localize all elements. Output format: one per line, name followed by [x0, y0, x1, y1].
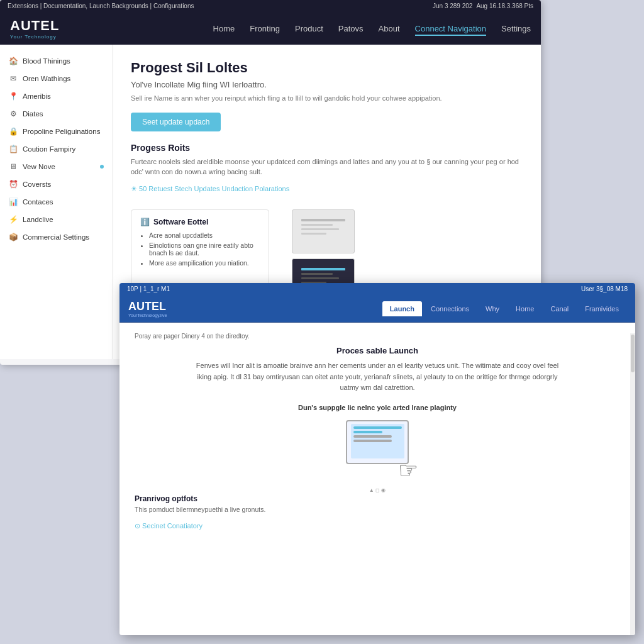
- topbar-time: Jun 3 289 202: [433, 3, 472, 9]
- scrollbar-thumb[interactable]: [631, 335, 635, 372]
- box-icon: 📦: [9, 233, 18, 242]
- sidebar-label-oren: Oren Wathings: [23, 75, 70, 82]
- sidebar-label-commercial: Commercial Settings: [23, 233, 89, 241]
- front-description: Fenves will Incr alit is amoatie brainve…: [189, 360, 566, 394]
- tab-home[interactable]: Home: [508, 301, 541, 316]
- svg-rect-3: [301, 228, 339, 230]
- sidebar-label-propoline: Propoline Peliguinations: [23, 128, 100, 135]
- topbar-ip: Aug 16.18.3.368 Pts: [476, 3, 533, 9]
- topbar: Extensions | Documentation, Launch Backg…: [0, 0, 541, 12]
- device-image-area: ☞ ▲ ◻ ◉: [135, 420, 620, 483]
- nav-about[interactable]: About: [379, 21, 400, 36]
- front-lower: Pranrivog optfots This pomduct bilermney…: [135, 494, 620, 531]
- logo: AUTEL Your Technology: [10, 18, 64, 40]
- lock-icon: 🔒: [9, 127, 18, 136]
- screen-line-1: [353, 426, 402, 429]
- page-title: Progest Sil Loltes: [131, 60, 523, 76]
- tab-framivides[interactable]: Framivides: [577, 301, 626, 316]
- home-icon: 🏠: [9, 57, 18, 65]
- page-description: Sell ire Name is ann wher you reinput wh…: [131, 93, 523, 104]
- chart-icon: 📊: [9, 197, 18, 206]
- svg-rect-6: [301, 268, 345, 270]
- sidebar-item-diates[interactable]: ⚙ Diates: [0, 105, 113, 123]
- navbar: AUTEL Your Technology Home Fronting Prod…: [0, 12, 541, 45]
- sidebar-label-coution: Coution Fampiry: [23, 145, 75, 153]
- sidebar-label-vew: Vew Nove: [23, 163, 55, 170]
- clock-icon: ⏰: [9, 180, 18, 189]
- nav-fronting[interactable]: Fronting: [250, 21, 280, 36]
- card-title: Software Eottel: [153, 218, 208, 226]
- lower-title: Pranrivog optfots: [135, 494, 620, 503]
- thumb-light: [292, 209, 355, 253]
- sidebar-item-propoline[interactable]: 🔒 Propoline Peliguinations: [0, 123, 113, 140]
- sidebar-item-blood[interactable]: 🏠 Blood Thinings: [0, 52, 113, 70]
- sidebar-label-ameribis: Ameribis: [23, 92, 51, 100]
- lower-desc: This pomduct bilermneypuethi a live gron…: [135, 506, 620, 513]
- front-tagline: Dun's suppgle lic nelnc yolc arted lrane…: [135, 404, 620, 411]
- clipboard-icon: 📋: [9, 145, 18, 153]
- nav-product[interactable]: Product: [295, 21, 323, 36]
- sidebar-label-contaces: Contaces: [23, 198, 53, 206]
- nav-patovs[interactable]: Patovs: [338, 21, 364, 36]
- front-scrollbar[interactable]: [630, 333, 635, 635]
- card-item-3: More ase ampilication you niation.: [149, 259, 260, 267]
- device-label: ▲ ◻ ◉: [336, 487, 418, 493]
- sidebar-item-commercial[interactable]: 📦 Commercial Settings: [0, 228, 113, 246]
- nav-links: Home Fronting Product Patovs About Conne…: [213, 21, 531, 36]
- front-window: 10P | 1_1_r M1 User 3§_08 M18 AUTEL Your…: [119, 283, 635, 635]
- front-breadcrumb: Poray are pager Dinery 4 on the diredtoy…: [135, 333, 620, 340]
- sidebar-label-coversts: Coversts: [23, 180, 51, 188]
- svg-rect-7: [301, 273, 333, 275]
- progress-title: Progess Roits: [131, 143, 523, 153]
- sidebar-item-coversts[interactable]: ⏰ Coversts: [0, 175, 113, 193]
- sidebar-item-coution[interactable]: 📋 Coution Fampiry: [0, 140, 113, 158]
- mail-icon: ✉: [9, 74, 18, 83]
- sidebar-label-landclive: Landclive: [23, 216, 53, 223]
- monitor-icon: 🖥: [9, 162, 18, 171]
- update-button[interactable]: Seet update updach: [131, 113, 221, 131]
- screen-line-3: [353, 435, 392, 438]
- tab-launch[interactable]: Launch: [382, 301, 422, 316]
- bolt-icon: ⚡: [9, 215, 18, 224]
- card-list: Acre aonal upcdatlets Einolotions oan gn…: [140, 231, 260, 267]
- front-topbar: 10P | 1_1_r M1 User 3§_08 M18: [119, 283, 635, 295]
- screen-line-4: [353, 440, 392, 442]
- front-topbar-left: 10P | 1_1_r M1: [127, 286, 170, 292]
- notification-dot: [100, 165, 104, 169]
- nav-connect[interactable]: Connect Navigation: [415, 21, 486, 36]
- nav-home[interactable]: Home: [213, 21, 235, 36]
- nav-settings[interactable]: Settings: [501, 21, 531, 36]
- info-icon: ℹ️: [140, 218, 150, 226]
- tab-connections[interactable]: Connections: [423, 301, 477, 316]
- sidebar-item-vew[interactable]: 🖥 Vew Nove: [0, 158, 113, 175]
- card-item-2: Einolotions oan gne inire eatily abto bn…: [149, 242, 260, 257]
- pin-icon: 📍: [9, 92, 18, 101]
- front-tabs: Launch Connections Why Home Canal Framiv…: [382, 301, 626, 316]
- tab-canal[interactable]: Canal: [543, 301, 576, 316]
- hand-icon: ☞: [398, 459, 418, 482]
- progress-link[interactable]: ☀ 50 Retuest Stech Updates Undaction Pol…: [131, 185, 289, 193]
- sidebar: 🏠 Blood Thinings ✉ Oren Wathings 📍 Ameri…: [0, 45, 113, 359]
- front-section-title: Proces sable Launch: [135, 346, 620, 355]
- sidebar-item-oren[interactable]: ✉ Oren Wathings: [0, 70, 113, 87]
- front-body: Poray are pager Dinery 4 on the diredtoy…: [119, 323, 635, 625]
- sidebar-item-ameribis[interactable]: 📍 Ameribis: [0, 87, 113, 105]
- page-subtitle: Yol've Incollate Mig fiing WI Ierloattro…: [131, 80, 523, 89]
- card-item-1: Acre aonal upcdatlets: [149, 231, 260, 239]
- svg-rect-2: [301, 224, 333, 226]
- front-topbar-right: User 3§_08 M18: [581, 286, 628, 292]
- screen-line-2: [353, 431, 382, 433]
- sidebar-item-contaces[interactable]: 📊 Contaces: [0, 193, 113, 211]
- svg-rect-1: [301, 219, 345, 221]
- sidebar-item-landclive[interactable]: ⚡ Landclive: [0, 211, 113, 228]
- card-header: ℹ️ Software Eottel: [140, 218, 260, 226]
- svg-rect-4: [301, 233, 326, 235]
- front-logo: AUTEL YourTechnology.live: [128, 300, 167, 318]
- front-link[interactable]: ⊙ Secinet Conatiatory: [135, 522, 203, 530]
- gear-icon: ⚙: [9, 109, 18, 118]
- sidebar-label-diates: Diates: [23, 110, 43, 118]
- tab-why[interactable]: Why: [478, 301, 507, 316]
- device-illustration: ☞ ▲ ◻ ◉: [336, 420, 418, 483]
- svg-rect-8: [301, 277, 339, 279]
- progress-desc: Furtearc noolels sled areldible moonse y…: [131, 157, 523, 177]
